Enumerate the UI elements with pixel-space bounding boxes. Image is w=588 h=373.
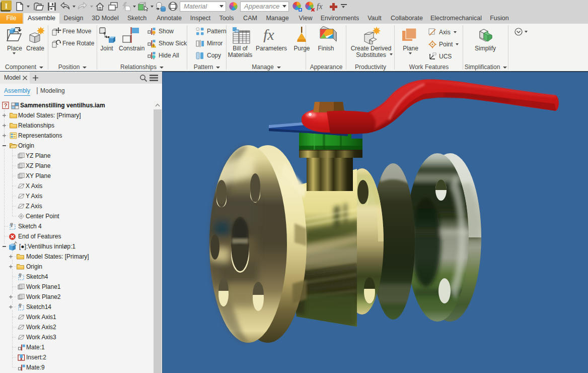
svg-text:fx: fx bbox=[317, 3, 323, 11]
svg-text:?: ? bbox=[4, 102, 8, 108]
svg-text:fx: fx bbox=[263, 28, 274, 42]
svg-text:I: I bbox=[5, 2, 8, 10]
